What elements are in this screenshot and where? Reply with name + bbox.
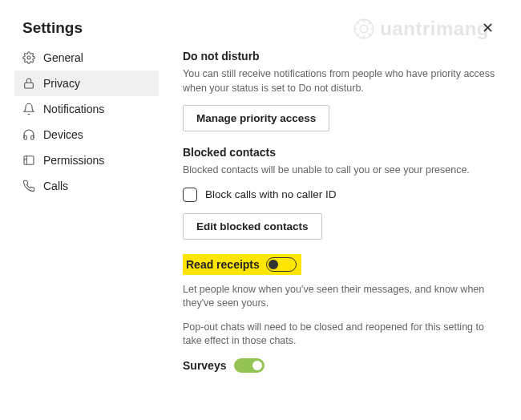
sidebar-item-devices[interactable]: Devices <box>14 122 159 147</box>
block-no-caller-id-checkbox[interactable] <box>183 188 197 202</box>
surveys-toggle[interactable] <box>234 358 265 373</box>
permissions-icon <box>22 154 35 167</box>
dnd-desc: You can still receive notifications from… <box>183 67 497 95</box>
edit-blocked-contacts-button[interactable]: Edit blocked contacts <box>183 213 322 240</box>
sidebar-item-label: Privacy <box>43 77 80 90</box>
sidebar-item-calls[interactable]: Calls <box>14 173 159 199</box>
read-receipts-desc-2: Pop-out chats will need to be closed and… <box>183 321 497 349</box>
read-receipts-title: Read receipts <box>186 258 260 271</box>
read-receipts-highlight: Read receipts <box>183 254 301 275</box>
sidebar-item-label: Notifications <box>43 103 104 115</box>
sidebar-item-label: General <box>43 51 83 64</box>
blocked-desc: Blocked contacts will be unable to call … <box>183 164 497 178</box>
read-receipts-desc-1: Let people know when you've seen their m… <box>183 283 497 311</box>
sidebar-item-permissions[interactable]: Permissions <box>14 147 159 173</box>
svg-rect-3 <box>25 83 34 88</box>
svg-point-2 <box>27 56 30 59</box>
sidebar-item-notifications[interactable]: Notifications <box>14 96 159 122</box>
content-pane: Do not disturb You can still receive not… <box>159 45 521 373</box>
block-no-caller-id-label: Block calls with no caller ID <box>205 188 337 200</box>
sidebar: General Privacy Notifications Devices Pe <box>14 45 159 373</box>
sidebar-item-privacy[interactable]: Privacy <box>14 71 159 96</box>
svg-rect-4 <box>24 156 34 165</box>
surveys-title: Surveys <box>183 359 226 372</box>
close-button[interactable]: ✕ <box>477 19 499 37</box>
sidebar-item-label: Permissions <box>43 154 104 167</box>
phone-icon <box>22 180 35 192</box>
gear-icon <box>22 51 35 64</box>
sidebar-item-label: Devices <box>43 128 83 141</box>
page-title: Settings <box>22 19 83 37</box>
headphones-icon <box>22 128 35 141</box>
sidebar-item-label: Calls <box>43 180 68 192</box>
read-receipts-toggle[interactable] <box>266 257 297 272</box>
lock-icon <box>22 77 35 90</box>
close-icon: ✕ <box>482 20 494 36</box>
manage-priority-access-button[interactable]: Manage priority access <box>183 105 329 131</box>
bell-icon <box>22 103 35 115</box>
blocked-title: Blocked contacts <box>183 146 497 159</box>
dnd-title: Do not disturb <box>183 50 497 63</box>
sidebar-item-general[interactable]: General <box>14 45 159 71</box>
